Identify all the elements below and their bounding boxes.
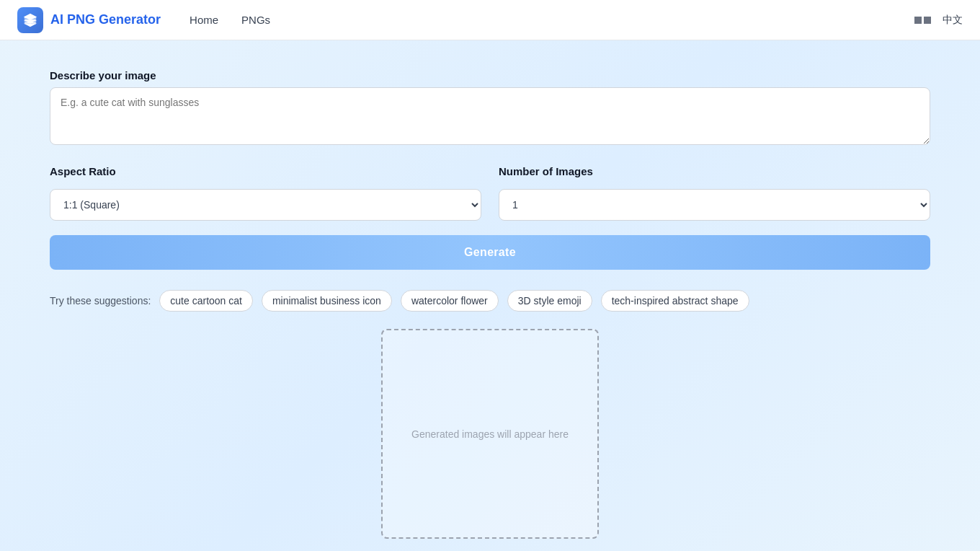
suggestions-label: Try these suggestions: [50, 295, 151, 307]
nav-pngs[interactable]: PNGs [241, 14, 270, 26]
suggestion-chip-0[interactable]: cute cartoon cat [159, 290, 253, 312]
describe-section: Describe your image [50, 69, 930, 148]
suggestions-row: Try these suggestions: cute cartoon cat … [50, 290, 930, 312]
nav-links: Home PNGs [190, 14, 914, 26]
describe-input[interactable] [50, 87, 930, 145]
brand-logo[interactable]: AI PNG Generator [17, 7, 161, 33]
navbar: AI PNG Generator Home PNGs 中文 [0, 0, 980, 40]
image-placeholder-text: Generated images will appear here [411, 428, 569, 440]
language-switch[interactable]: 中文 [943, 14, 963, 27]
describe-label: Describe your image [50, 69, 930, 81]
nav-right: 中文 [914, 14, 963, 27]
controls-row: Aspect Ratio 1:1 (Square) 16:9 (Landscap… [50, 165, 930, 221]
image-output-area: Generated images will appear here [381, 329, 599, 539]
suggestion-chip-1[interactable]: minimalist business icon [262, 290, 392, 312]
aspect-ratio-group: Aspect Ratio 1:1 (Square) 16:9 (Landscap… [50, 165, 481, 221]
generate-button[interactable]: Generate [50, 235, 930, 270]
count-group: Number of Images 1 2 3 4 [499, 165, 930, 221]
suggestion-chip-4[interactable]: tech-inspired abstract shape [601, 290, 749, 312]
count-select[interactable]: 1 2 3 4 [499, 189, 930, 221]
language-icon [914, 17, 931, 24]
layers-icon [22, 12, 38, 28]
aspect-ratio-select[interactable]: 1:1 (Square) 16:9 (Landscape) 9:16 (Port… [50, 189, 481, 221]
suggestion-chip-3[interactable]: 3D style emoji [507, 290, 592, 312]
main-content: Describe your image Aspect Ratio 1:1 (Sq… [0, 40, 980, 551]
suggestion-chip-2[interactable]: watercolor flower [401, 290, 499, 312]
lang-square-2 [924, 17, 931, 24]
aspect-ratio-label: Aspect Ratio [50, 165, 481, 177]
brand-title: AI PNG Generator [50, 12, 161, 27]
nav-home[interactable]: Home [190, 14, 218, 26]
lang-square-1 [914, 17, 922, 24]
brand-icon [17, 7, 43, 33]
count-label: Number of Images [499, 165, 930, 177]
